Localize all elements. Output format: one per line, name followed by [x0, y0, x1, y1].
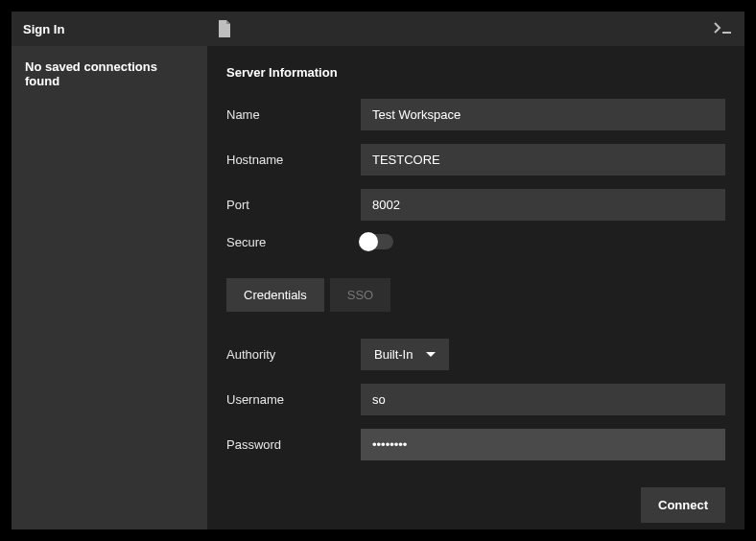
row-authority: Authority Built-In [226, 339, 725, 370]
label-secure: Secure [226, 235, 351, 249]
row-password: Password [226, 429, 725, 460]
row-username: Username [226, 384, 725, 415]
terminal-icon[interactable] [714, 22, 733, 35]
sidebar-empty-text: No saved connections found [25, 59, 194, 88]
label-hostname: Hostname [226, 153, 351, 167]
file-icon[interactable] [218, 20, 231, 37]
port-input[interactable] [361, 189, 725, 221]
password-input[interactable] [361, 429, 725, 460]
label-password: Password [226, 437, 351, 452]
connect-button[interactable]: Connect [641, 487, 725, 523]
label-authority: Authority [226, 347, 351, 362]
label-port: Port [226, 198, 351, 212]
authority-select[interactable]: Built-In [361, 339, 449, 370]
secure-toggle[interactable] [361, 234, 393, 249]
label-username: Username [226, 392, 351, 407]
row-port: Port [226, 189, 725, 221]
row-hostname: Hostname [226, 144, 725, 176]
row-secure: Secure [226, 234, 725, 249]
signin-window: Sign In No saved connections found Serve… [12, 12, 744, 529]
chevron-down-icon [426, 352, 436, 357]
name-input[interactable] [361, 99, 725, 130]
label-name: Name [226, 107, 351, 122]
username-input[interactable] [361, 384, 725, 415]
title-bar-left: Sign In [23, 20, 231, 37]
section-title: Server Information [226, 65, 725, 80]
title-bar: Sign In [12, 12, 744, 46]
hostname-input[interactable] [361, 144, 725, 176]
main-panel: Server Information Name Hostname Port [207, 46, 744, 529]
authority-value: Built-In [374, 347, 413, 362]
body: No saved connections found Server Inform… [12, 46, 744, 529]
toggle-knob [359, 232, 378, 251]
window-title: Sign In [23, 22, 64, 36]
row-name: Name [226, 99, 725, 130]
footer: Connect [226, 474, 725, 523]
tab-sso[interactable]: SSO [330, 278, 390, 312]
svg-rect-0 [722, 32, 731, 34]
sidebar: No saved connections found [12, 46, 207, 529]
tab-credentials[interactable]: Credentials [226, 278, 324, 312]
auth-tabs: Credentials SSO [226, 278, 725, 312]
